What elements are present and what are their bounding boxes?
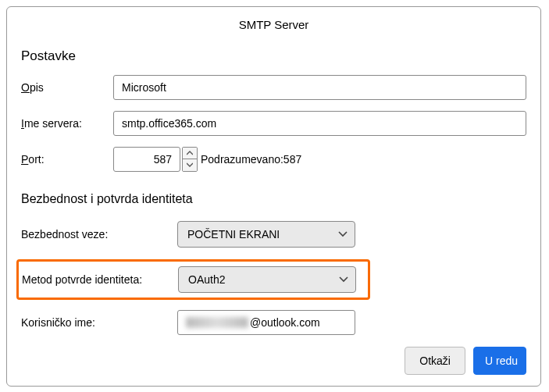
label-conn-security: Bezbednost veze: [21,228,177,241]
username-input[interactable]: @outlook.com [177,310,355,335]
port-up-button[interactable] [183,148,197,159]
row-description: Opis [21,75,526,100]
username-suffix: @outlook.com [250,316,320,329]
cancel-button[interactable]: Otkaži [405,347,465,375]
label-server: Ime servera: [21,117,113,130]
chevron-up-icon [187,151,193,155]
port-down-button[interactable] [183,159,197,171]
conn-security-select[interactable]: POČETNI EKRANI [177,221,355,248]
security-heading: Bezbednost i potvrda identiteta [21,192,526,206]
label-auth-method: Metod potvrde identiteta: [22,273,178,286]
description-input[interactable] [113,75,526,100]
row-conn-security: Bezbednost veze: POČETNI EKRANI [21,219,526,250]
settings-heading: Postavke [21,48,526,64]
dialog-title: SMTP Server [21,18,526,31]
username-redacted [186,317,248,328]
conn-security-value: POČETNI EKRANI [187,228,280,241]
button-row: Otkaži U redu [21,347,526,375]
ok-button[interactable]: U redu [473,347,526,375]
row-username: Korisničko ime: @outlook.com [21,308,526,337]
row-port: Port: Podrazumevano:587 [21,147,526,172]
smtp-server-dialog: SMTP Server Postavke Opis Ime servera: P… [6,6,541,387]
row-auth-method: Metod potvrde identiteta: OAuth2 [16,259,370,300]
label-port: Port: [21,153,113,166]
port-spinner [182,147,198,172]
label-description: Opis [21,81,113,94]
auth-method-select[interactable]: OAuth2 [178,266,356,293]
chevron-down-icon [187,162,193,167]
default-port-label: Podrazumevano:587 [201,153,301,166]
row-server: Ime servera: [21,111,526,136]
label-username: Korisničko ime: [21,316,177,329]
port-input[interactable] [113,147,180,172]
server-input[interactable] [113,111,526,136]
auth-method-value: OAuth2 [188,273,225,286]
